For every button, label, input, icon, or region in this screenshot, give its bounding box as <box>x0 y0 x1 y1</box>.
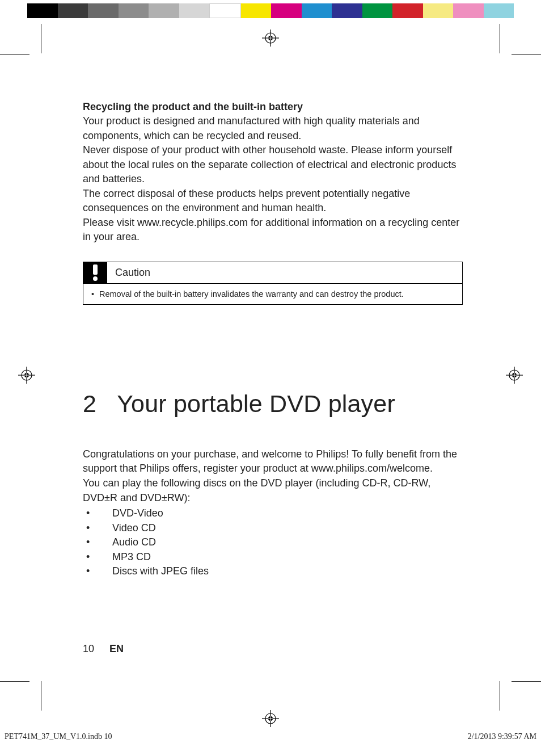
crop-mark <box>500 24 500 53</box>
print-color-bar <box>27 3 514 18</box>
list-item: •Discs with JPEG files <box>83 564 463 579</box>
caution-box: Caution •Removal of the built-in battery… <box>83 262 463 305</box>
crop-mark <box>500 681 500 711</box>
crop-mark <box>0 681 29 682</box>
crop-mark <box>0 54 29 54</box>
registration-mark-icon <box>262 710 279 727</box>
recycle-p4: Please visit www.recycle.philips.com for… <box>83 216 463 245</box>
section-2-heading: Your portable DVD player <box>117 390 395 417</box>
section-2-p1: Congratulations on your purchase, and we… <box>83 447 463 476</box>
imprint-timestamp: 2/1/2013 9:39:57 AM <box>468 732 536 741</box>
caution-icon <box>83 262 107 283</box>
language-code: EN <box>109 643 124 654</box>
crop-mark <box>512 681 541 682</box>
section-2: 2Your portable DVD player Congratulation… <box>83 390 463 579</box>
caution-label: Caution <box>107 262 158 283</box>
imprint-file: PET741M_37_UM_V1.0.indb 10 <box>5 732 112 741</box>
list-item: •Audio CD <box>83 535 463 550</box>
disc-list: •DVD-Video •Video CD •Audio CD •MP3 CD •… <box>83 506 463 579</box>
recycle-p3: The correct disposal of these products h… <box>83 187 463 216</box>
recycle-p2: Never dispose of your product with other… <box>83 143 463 187</box>
caution-body: •Removal of the built-in battery invalid… <box>83 284 462 304</box>
list-item: •DVD-Video <box>83 506 463 521</box>
registration-mark-icon <box>18 367 35 384</box>
crop-mark <box>512 54 541 54</box>
recycle-p1: Your product is designed and manufacture… <box>83 114 463 143</box>
content-area: Recycling the product and the built-in b… <box>83 101 463 579</box>
section-2-p2: You can play the following discs on the … <box>83 476 463 505</box>
registration-mark-icon <box>262 30 279 47</box>
svg-point-25 <box>93 276 98 281</box>
page-number: 10 <box>83 643 94 654</box>
page: Recycling the product and the built-in b… <box>0 0 541 756</box>
registration-mark-icon <box>506 367 523 384</box>
section-2-title: 2Your portable DVD player <box>83 390 463 418</box>
recycle-heading: Recycling the product and the built-in b… <box>83 101 463 113</box>
page-footer: 10 EN <box>83 643 124 655</box>
crop-mark <box>41 24 41 53</box>
svg-rect-24 <box>93 264 98 275</box>
list-item: •MP3 CD <box>83 550 463 565</box>
list-item: •Video CD <box>83 521 463 536</box>
caution-item: Removal of the built-in battery invalida… <box>99 289 404 299</box>
imprint-line: PET741M_37_UM_V1.0.indb 10 2/1/2013 9:39… <box>5 732 536 741</box>
section-2-body: Congratulations on your purchase, and we… <box>83 447 463 579</box>
caution-header: Caution <box>83 262 462 284</box>
crop-mark <box>41 681 41 711</box>
section-2-number: 2 <box>83 390 96 418</box>
